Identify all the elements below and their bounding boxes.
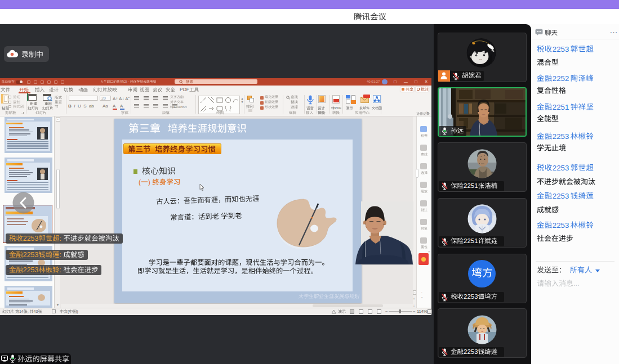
svg-text:14: 14 (19, 309, 24, 313)
svg-text::: : (60, 266, 61, 273)
svg-text:): ) (77, 309, 78, 314)
svg-text:): ) (148, 178, 150, 186)
svg-text:...: ... (573, 279, 579, 287)
svg-text:PDF: PDF (335, 106, 341, 110)
svg-text:2252: 2252 (552, 74, 569, 83)
svg-text:43: 43 (34, 309, 38, 313)
svg-text:(2) -: (2) - (123, 80, 130, 83)
svg-text:2251: 2251 (552, 103, 569, 111)
svg-text:2253: 2253 (23, 266, 39, 273)
svg-text:,: , (28, 309, 29, 313)
svg-text:SmartArt: SmartArt (173, 105, 187, 109)
svg-text:(: ( (68, 309, 69, 314)
svg-text:2253: 2253 (552, 164, 569, 172)
svg-text:2253: 2253 (23, 234, 39, 242)
svg-text:2253: 2253 (552, 45, 569, 53)
svg-text:2253: 2253 (552, 192, 569, 200)
svg-text:2253: 2253 (552, 132, 569, 141)
svg-text:2251: 2251 (464, 182, 478, 189)
svg-text:(: ( (139, 178, 141, 186)
svg-text:2253: 2253 (464, 293, 478, 300)
svg-text::: : (60, 250, 61, 258)
svg-text:PDF: PDF (180, 87, 189, 92)
svg-text:2251: 2251 (464, 237, 478, 244)
svg-text:2253: 2253 (23, 250, 39, 258)
svg-text::: : (60, 234, 61, 242)
svg-text:2253: 2253 (464, 348, 478, 355)
svg-text:2253: 2253 (552, 221, 569, 230)
